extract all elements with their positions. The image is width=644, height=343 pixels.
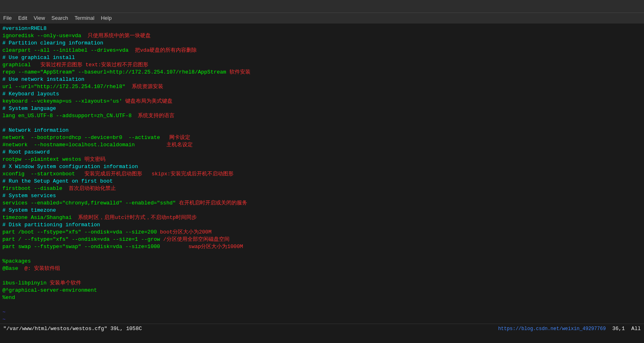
- title-bar: [0, 0, 644, 13]
- terminal-line: [2, 250, 642, 258]
- terminal-line: keyboard --vckeymap=us --xlayouts='us' 键…: [2, 98, 642, 105]
- terminal-line: #version=RHEL8: [2, 25, 642, 32]
- terminal-line: ~: [2, 316, 642, 323]
- terminal-line: [2, 301, 642, 309]
- terminal-line: # Network information: [2, 127, 642, 134]
- terminal-line: timezone Asia/Shanghai 系统时区，启用utc计时方式，不启…: [2, 214, 642, 221]
- terminal-line: # Partition clearing information: [2, 40, 642, 47]
- terminal-line: part /boot --fstype="xfs" --ondisk=vda -…: [2, 229, 642, 236]
- terminal-line: # X Window System configuration informat…: [2, 163, 642, 170]
- terminal-line: ignoredisk --only-use=vda 只使用系统中的第一块硬盘: [2, 32, 642, 40]
- terminal-line: part swap --fstype="swap" --ondisk=vda -…: [2, 243, 642, 250]
- terminal-line: %packages: [2, 258, 642, 265]
- terminal-line: ~: [2, 309, 642, 316]
- terminal-line: # Root password: [2, 149, 642, 156]
- menu-edit[interactable]: Edit: [18, 15, 27, 21]
- terminal-line: # Run the Setup Agent on first boot: [2, 178, 642, 185]
- terminal-line: xconfig --startxonboot 安装完成后开机启动图形 skipx…: [2, 170, 642, 178]
- terminal-line: ibus-libpinyin 安装单个软件: [2, 280, 642, 287]
- terminal-line: [2, 272, 642, 280]
- terminal-line: %end: [2, 294, 642, 301]
- terminal-line: services --enabled="chronyd,firewalld" -…: [2, 200, 642, 207]
- status-position: 36,1: [612, 326, 625, 332]
- menu-file[interactable]: File: [3, 15, 12, 21]
- terminal-line: # Use network installation: [2, 76, 642, 83]
- menu-terminal[interactable]: Terminal: [75, 15, 95, 21]
- menu-view[interactable]: View: [34, 15, 45, 21]
- terminal-line: lang en_US.UTF-8 --addsupport=zh_CN.UTF-…: [2, 112, 642, 120]
- terminal-line: #network --hostname=localhost.localdomai…: [2, 141, 642, 149]
- terminal-line: # Disk partitioning information: [2, 221, 642, 229]
- menu-help[interactable]: Help: [101, 15, 112, 21]
- terminal-line: firstboot --disable 首次启动初始化禁止: [2, 185, 642, 192]
- menu-search[interactable]: Search: [51, 15, 68, 21]
- terminal-line: url --url="http://172.25.254.107/rhel8" …: [2, 83, 642, 90]
- status-file-info: "/var/www/html/westos/westos.cfg" 39L, 1…: [3, 326, 142, 332]
- status-all: All: [631, 326, 641, 332]
- status-bar: "/var/www/html/westos/westos.cfg" 39L, 1…: [0, 324, 644, 333]
- terminal-line: repo --name="AppStream" --baseurl=http:/…: [2, 69, 642, 76]
- terminal-content[interactable]: #version=RHEL8ignoredisk --only-use=vda …: [0, 23, 644, 333]
- terminal-line: rootpw --plaintext westos 明文密码: [2, 156, 642, 163]
- terminal-line: # System language: [2, 105, 642, 112]
- terminal-line: # System timezone: [2, 207, 642, 214]
- terminal-line: @Base @: 安装软件组: [2, 265, 642, 272]
- terminal-line: clearpart --all --initlabel --drives=vda…: [2, 47, 642, 54]
- terminal-line: part / --fstype="xfs" --ondisk=vda --siz…: [2, 236, 642, 243]
- terminal-line: # Use graphical install: [2, 54, 642, 61]
- status-link[interactable]: https://blog.csdn.net/weixin_49297769: [498, 326, 606, 332]
- terminal-line: # System services: [2, 192, 642, 200]
- terminal-line: @^graphical-server-environment: [2, 287, 642, 294]
- terminal-line: network --bootproto=dhcp --device=br0 --…: [2, 134, 642, 141]
- terminal-line: # Keyboard layouts: [2, 90, 642, 98]
- terminal-line: [2, 120, 642, 127]
- menu-bar: File Edit View Search Terminal Help: [0, 13, 644, 23]
- terminal-line: graphical 安装过程开启图形 text:安装过程不开启图形: [2, 61, 642, 69]
